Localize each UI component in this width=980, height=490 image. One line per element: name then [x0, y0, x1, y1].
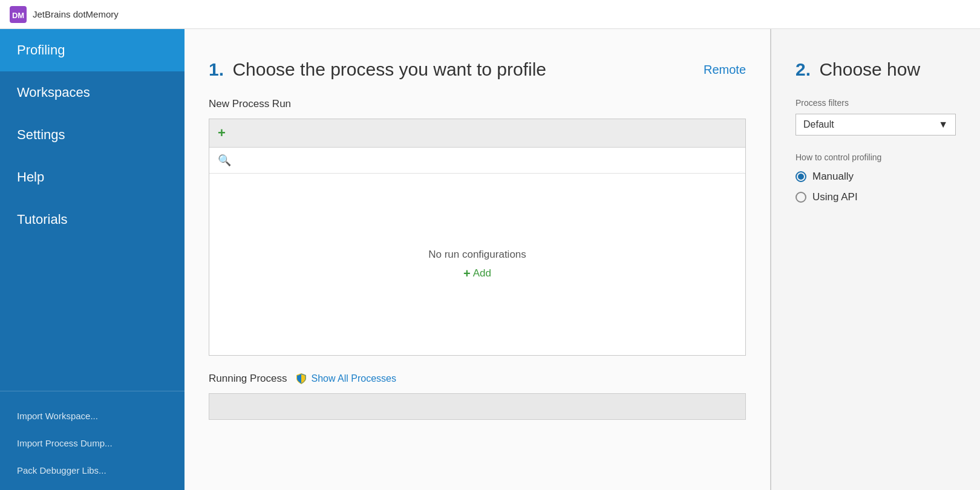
app-name: JetBrains dotMemory [33, 9, 119, 19]
filter-dropdown[interactable]: Default ▼ [795, 114, 956, 136]
panel2-step-num: 2. [795, 59, 811, 79]
sidebar-item-workspaces[interactable]: Workspaces [0, 71, 185, 114]
panel-choose-how: 2. Choose how Process filters Default ▼ … [771, 29, 980, 490]
search-icon: 🔍 [218, 154, 231, 167]
panel2-title: 2. Choose how [795, 59, 956, 80]
running-table-row [209, 393, 746, 420]
empty-state: No run configurations + Add [209, 174, 745, 355]
show-all-processes-link[interactable]: Show All Processes [295, 373, 396, 385]
content-area: 1. Choose the process you want to profil… [185, 29, 980, 490]
pack-debugger-libs-link[interactable]: Pack Debugger Libs... [0, 457, 185, 484]
sidebar-item-profiling[interactable]: Profiling [0, 29, 185, 71]
add-run-config-link[interactable]: + Add [463, 267, 491, 281]
process-run-toolbar: + [209, 119, 745, 148]
process-run-box: + 🔍 No run configurations + Add [209, 119, 746, 356]
running-section-header: Running Process Show All Processes [209, 373, 746, 385]
search-input[interactable] [236, 155, 737, 166]
radio-using-api-circle [795, 192, 806, 203]
import-workspace-link[interactable]: Import Workspace... [0, 402, 185, 430]
running-process-label: Running Process [209, 373, 287, 385]
sidebar-item-tutorials[interactable]: Tutorials [0, 198, 185, 241]
panel-choose-process: 1. Choose the process you want to profil… [185, 29, 771, 490]
add-run-config-button[interactable]: + [218, 125, 226, 141]
radio-manually[interactable]: Manually [795, 171, 956, 183]
radio-group: Manually Using API [795, 171, 956, 203]
title-bar: DM JetBrains dotMemory [0, 0, 980, 29]
sidebar-bottom: Import Workspace... Import Process Dump.… [0, 391, 185, 490]
no-config-text: No run configurations [428, 249, 526, 261]
radio-manually-circle [795, 171, 806, 182]
sidebar-item-settings[interactable]: Settings [0, 114, 185, 156]
panel1-step-num: 1. [209, 59, 224, 79]
import-process-dump-link[interactable]: Import Process Dump... [0, 430, 185, 457]
radio-using-api-label: Using API [812, 191, 858, 203]
chevron-down-icon: ▼ [938, 119, 948, 130]
process-filters-label: Process filters [795, 98, 956, 108]
shield-icon [295, 373, 307, 385]
new-process-run-label: New Process Run [209, 98, 746, 110]
app-logo: DM [10, 6, 27, 23]
main-layout: Profiling Workspaces Settings Help Tutor… [0, 29, 980, 490]
panel1-title: 1. Choose the process you want to profil… [209, 59, 546, 80]
plus-icon: + [463, 267, 471, 281]
svg-text:DM: DM [12, 11, 24, 20]
radio-using-api[interactable]: Using API [795, 191, 956, 203]
panel1-header: 1. Choose the process you want to profil… [209, 59, 746, 80]
radio-manually-label: Manually [812, 171, 854, 183]
control-profiling-label: How to control profiling [795, 152, 956, 162]
remote-link[interactable]: Remote [704, 63, 746, 77]
sidebar-nav: Profiling Workspaces Settings Help Tutor… [0, 29, 185, 391]
sidebar: Profiling Workspaces Settings Help Tutor… [0, 29, 185, 490]
sidebar-item-help[interactable]: Help [0, 156, 185, 198]
search-bar: 🔍 [209, 148, 745, 174]
